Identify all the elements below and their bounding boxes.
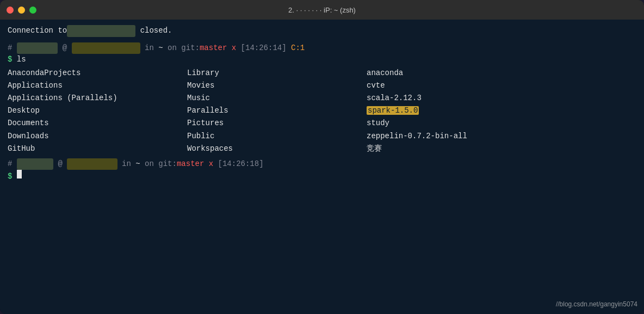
list-item: Workspaces (187, 143, 367, 155)
final-prompt-line: $ (8, 170, 636, 183)
maximize-button[interactable] (29, 7, 36, 14)
list-item: Parallels (187, 104, 367, 117)
prompt-git-2: git: (158, 158, 177, 170)
list-item: GitHub (8, 143, 187, 155)
ls-command: ls (17, 54, 26, 66)
prompt-branch-1: master (200, 42, 227, 54)
spark-highlight: spark-1.5.0 (367, 106, 419, 115)
connection-line: Connection to closed. (8, 25, 636, 37)
prompt-hash-2: # (8, 158, 17, 170)
cursor (17, 170, 22, 178)
watermark: //blog.csdn.net/gangyin5074 (556, 299, 637, 310)
prompt-at-1: @ (58, 42, 71, 54)
prompt-x-2: x (204, 158, 218, 170)
list-item: Public (187, 130, 367, 143)
terminal-window: 2. · · · · · · · iP: ~ (zsh) Connection … (0, 0, 644, 314)
titlebar: 2. · · · · · · · iP: ~ (zsh) (0, 0, 644, 20)
list-item: zeppelin-0.7.2-bin-all (367, 130, 636, 143)
list-item: AnacondaProjects (8, 67, 187, 79)
final-dollar: $ (8, 171, 17, 183)
prompt-on-1: on (168, 42, 181, 54)
redacted-ip (67, 25, 135, 37)
prompt-line-2: # @ in ~ on git:master x [14:26:18] (8, 158, 636, 170)
redacted-user-2 (17, 158, 53, 170)
prompt-c-val-1: 1 (300, 42, 305, 54)
prompt-tilde-2: ~ (135, 158, 145, 170)
traffic-lights (7, 7, 36, 14)
list-item: study (367, 117, 636, 130)
list-item: Applications (8, 79, 187, 92)
ls-col-2: Library Movies Music Parallels Pictures … (187, 67, 367, 155)
prompt-on-2: on (145, 158, 158, 170)
prompt-line-1: # @ in ~ on git:master x [14:26:14] C:1 (8, 42, 636, 54)
prompt-c-label-1: C: (291, 42, 300, 54)
prompt-x-1: x (227, 42, 240, 54)
close-button[interactable] (7, 7, 14, 14)
ls-output: AnacondaProjects Applications Applicatio… (8, 67, 636, 155)
prompt-in-2: in (117, 158, 136, 170)
dollar-sign: $ (8, 54, 17, 66)
connection-text: Connection to (8, 25, 67, 37)
list-item: Pictures (187, 117, 367, 130)
prompt-branch-2: master (177, 158, 204, 170)
prompt-at-2: @ (53, 158, 67, 170)
prompt-tilde-1: ~ (158, 42, 168, 54)
prompt-time-2: [14:26:18] (218, 158, 264, 170)
command-ls-line: $ ls (8, 54, 636, 66)
prompt-hash-1: # (8, 42, 17, 54)
list-item: scala-2.12.3 (367, 92, 636, 104)
list-item: 竞赛 (367, 143, 636, 155)
connection-suffix: closed. (135, 25, 172, 37)
minimize-button[interactable] (18, 7, 25, 14)
prompt-in-1: in (140, 42, 159, 54)
ls-col-1: AnacondaProjects Applications Applicatio… (8, 67, 187, 155)
list-item: Music (187, 92, 367, 104)
redacted-host-2 (67, 158, 117, 170)
window-title: 2. · · · · · · · iP: ~ (zsh) (288, 6, 356, 14)
list-item: Desktop (8, 104, 187, 117)
list-item: Downloads (8, 130, 187, 143)
list-item: Library (187, 67, 367, 79)
list-item: Documents (8, 117, 187, 130)
list-item: Applications (Parallels) (8, 92, 187, 104)
terminal-body[interactable]: Connection to closed. # @ in ~ on git:ma… (0, 20, 644, 314)
ls-col-3: anaconda cvte scala-2.12.3 spark-1.5.0 s… (367, 67, 636, 155)
prompt-time-1: [14:26:14] (241, 42, 291, 54)
redacted-user-1 (17, 42, 58, 54)
redacted-host-1 (72, 42, 140, 54)
list-item: cvte (367, 79, 636, 92)
list-item: Movies (187, 79, 367, 92)
prompt-git-1: git: (181, 42, 200, 54)
list-item: anaconda (367, 67, 636, 79)
list-item-spark: spark-1.5.0 (367, 104, 636, 117)
